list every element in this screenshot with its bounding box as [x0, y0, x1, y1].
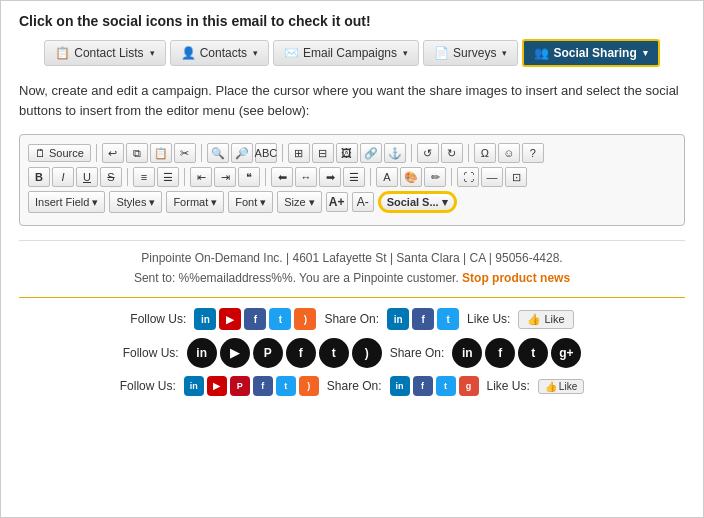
facebook-share-icon[interactable]: f	[412, 308, 434, 330]
find2-button[interactable]: 🔎	[231, 143, 253, 163]
chevron-down-icon: ▾	[502, 48, 507, 58]
linkedin-share-icon[interactable]: in	[387, 308, 409, 330]
highlight-button[interactable]: ✏	[424, 167, 446, 187]
font-dropdown[interactable]: Font ▾	[228, 191, 273, 213]
facebook-follow-sm-icon[interactable]: f	[253, 376, 273, 396]
outdent-button[interactable]: ⇤	[190, 167, 212, 187]
align-right-button[interactable]: ➡	[319, 167, 341, 187]
emoji-button[interactable]: ☺	[498, 143, 520, 163]
undo2-button[interactable]: ↺	[417, 143, 439, 163]
chevron-down-icon: ▾	[403, 48, 408, 58]
youtube-follow-large-icon[interactable]: ▶	[220, 338, 250, 368]
table-button[interactable]: ⊞	[288, 143, 310, 163]
twitter-share-sm-icon[interactable]: t	[436, 376, 456, 396]
rss-follow-icon[interactable]: )	[294, 308, 316, 330]
nav-surveys[interactable]: 📄 Surveys ▾	[423, 40, 518, 66]
linkedin-follow-sm-icon[interactable]: in	[184, 376, 204, 396]
like-button-1[interactable]: 👍 Like	[518, 310, 573, 329]
showblocks-button[interactable]: ⊡	[505, 167, 527, 187]
unordered-list-button[interactable]: ≡	[133, 167, 155, 187]
social-rows-container: Follow Us: in ▶ f t ) Share On: in f t L…	[19, 297, 685, 396]
pinterest-follow-large-icon[interactable]: P	[253, 338, 283, 368]
rss-follow-sm-icon[interactable]: )	[299, 376, 319, 396]
indent-button[interactable]: ⇥	[214, 167, 236, 187]
instruction-text: Now, create and edit a campaign. Place t…	[19, 81, 685, 120]
facebook-follow-large-icon[interactable]: f	[286, 338, 316, 368]
italic-button[interactable]: I	[52, 167, 74, 187]
source-button[interactable]: 🗒 Source	[28, 144, 91, 162]
image-button[interactable]: 🖼	[336, 143, 358, 163]
redo-button[interactable]: ↻	[441, 143, 463, 163]
like-button-3[interactable]: 👍 Like	[538, 379, 584, 394]
social-sharing-dropdown[interactable]: Social S... ▾	[378, 191, 457, 213]
paste-button[interactable]: 📋	[150, 143, 172, 163]
find-button[interactable]: 🔍	[207, 143, 229, 163]
linkedin-share-large-icon[interactable]: in	[452, 338, 482, 368]
bold-button[interactable]: B	[28, 167, 50, 187]
facebook-share-large-icon[interactable]: f	[485, 338, 515, 368]
twitter-share-large-icon[interactable]: t	[518, 338, 548, 368]
font-color-a-button[interactable]: A+	[326, 192, 348, 212]
social-row-2: → Follow Us: in ▶ P f t ) Share On: in f…	[19, 338, 685, 368]
twitter-follow-sm-icon[interactable]: t	[276, 376, 296, 396]
rss-follow-large-icon[interactable]: )	[352, 338, 382, 368]
youtube-follow-sm-icon[interactable]: ▶	[207, 376, 227, 396]
google-share-large-icon[interactable]: g+	[551, 338, 581, 368]
insert-field-dropdown[interactable]: Insert Field ▾	[28, 191, 105, 213]
strikethrough-button[interactable]: S	[100, 167, 122, 187]
facebook-follow-icon[interactable]: f	[244, 308, 266, 330]
format-dropdown[interactable]: Format ▾	[166, 191, 224, 213]
twitter-share-icon[interactable]: t	[437, 308, 459, 330]
twitter-follow-icon[interactable]: t	[269, 308, 291, 330]
align-justify-button[interactable]: ☰	[343, 167, 365, 187]
facebook-share-sm-icon[interactable]: f	[413, 376, 433, 396]
copy-button[interactable]: ⧉	[126, 143, 148, 163]
share-icons-2: in f t g+	[452, 338, 581, 368]
youtube-follow-icon[interactable]: ▶	[219, 308, 241, 330]
showhide-button[interactable]: —	[481, 167, 503, 187]
special-char-button[interactable]: Ω	[474, 143, 496, 163]
chevron-down-icon: ▾	[253, 48, 258, 58]
link-button[interactable]: 🔗	[360, 143, 382, 163]
twitter-follow-large-icon[interactable]: t	[319, 338, 349, 368]
align-center-button[interactable]: ↔	[295, 167, 317, 187]
social-row-3: Follow Us: in ▶ P f t ) Share On: in f t…	[19, 376, 685, 396]
page-source-icon: 🗒	[35, 147, 46, 159]
follow-icons-3: in ▶ P f t )	[184, 376, 319, 396]
bgcolor-button[interactable]: 🎨	[400, 167, 422, 187]
table2-button[interactable]: ⊟	[312, 143, 334, 163]
email-campaigns-icon: ✉️	[284, 46, 299, 60]
footer-section: Pinpointe On-Demand Inc. | 4601 Lafayett…	[19, 240, 685, 396]
nav-contacts[interactable]: 👤 Contacts ▾	[170, 40, 269, 66]
share-icons-3: in f t g	[390, 376, 479, 396]
contacts-icon: 👤	[181, 46, 196, 60]
linkedin-follow-icon[interactable]: in	[194, 308, 216, 330]
pinterest-follow-sm-icon[interactable]: P	[230, 376, 250, 396]
spell-button[interactable]: ABC	[255, 143, 277, 163]
textcolor-button[interactable]: A	[376, 167, 398, 187]
help-button[interactable]: ?	[522, 143, 544, 163]
cut-button[interactable]: ✂	[174, 143, 196, 163]
toolbar-separator	[96, 144, 97, 162]
nav-contact-lists[interactable]: 📋 Contact Lists ▾	[44, 40, 165, 66]
linkedin-share-sm-icon[interactable]: in	[390, 376, 410, 396]
nav-email-campaigns[interactable]: ✉️ Email Campaigns ▾	[273, 40, 419, 66]
chevron-down-icon: ▾	[309, 196, 315, 209]
blockquote-button[interactable]: ❝	[238, 167, 260, 187]
underline-button[interactable]: U	[76, 167, 98, 187]
editor-box: 🗒 Source ↩ ⧉ 📋 ✂ 🔍 🔎 ABC ⊞ ⊟ 🖼 🔗 ⚓ ↺ ↻ Ω…	[19, 134, 685, 226]
maximize-button[interactable]: ⛶	[457, 167, 479, 187]
align-left-button[interactable]: ⬅	[271, 167, 293, 187]
size-dropdown[interactable]: Size ▾	[277, 191, 321, 213]
stop-product-news-link[interactable]: Stop product news	[462, 271, 570, 285]
undo-button[interactable]: ↩	[102, 143, 124, 163]
font-shrink-button[interactable]: A-	[352, 192, 374, 212]
google-share-sm-icon[interactable]: g	[459, 376, 479, 396]
ordered-list-button[interactable]: ☰	[157, 167, 179, 187]
nav-social-sharing[interactable]: 👥 Social Sharing ▾	[522, 39, 659, 67]
chevron-down-icon: ▾	[211, 196, 217, 209]
anchor-button[interactable]: ⚓	[384, 143, 406, 163]
styles-dropdown[interactable]: Styles ▾	[109, 191, 162, 213]
follow-us-label-1: Follow Us:	[130, 312, 186, 326]
linkedin-follow-large-icon[interactable]: in	[187, 338, 217, 368]
